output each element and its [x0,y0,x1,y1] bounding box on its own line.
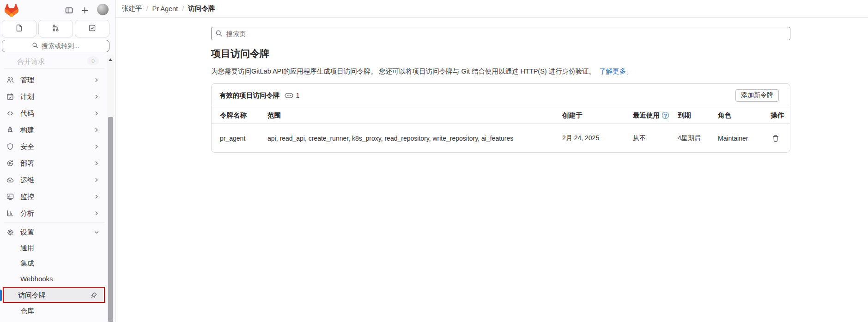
sidebar-shortcuts [2,20,109,37]
sidebar-item-webhooks[interactable]: Webhooks [4,272,104,285]
sidebar-item-label: 分析 [20,209,93,218]
breadcrumb-group[interactable]: 张建平 [122,4,142,13]
search-or-goto-label: 搜索或转到... [42,42,79,50]
sidebar-item-label: 集成 [20,259,104,268]
deploy-icon [6,160,14,167]
chevron-right-icon [93,77,100,83]
pin-icon[interactable] [91,291,98,299]
create-new-icon[interactable] [79,5,90,15]
revoke-token-button[interactable] [771,133,781,143]
token-role-cell: Maintainer [718,135,768,142]
chevron-right-icon [93,210,100,217]
divider [4,68,104,68]
token-actions-cell [768,133,790,143]
breadcrumb-separator: / [182,5,184,12]
annotation-red-box: 访问令牌 [3,287,105,303]
merge-request-icon [52,24,60,34]
sidebar-item-merge-requests[interactable]: 合并请求 0 [4,56,104,68]
token-expires-cell: 4星期后 [678,134,718,142]
sidebar-item-operate[interactable]: 运维 [4,172,104,188]
sidebar-item-label: 构建 [20,126,93,135]
sidebar-item-analyze[interactable]: 分析 [4,205,104,221]
sidebar-item-plan[interactable]: 计划 [4,89,104,105]
todos-button[interactable] [75,20,109,37]
app-window: 搜索或转到... 合并请求 0 管理 计划 代码 构建 [0,0,868,322]
sidebar-item-code[interactable]: 代码 [4,105,104,121]
sidebar-item-label: 访问令牌 [18,291,91,300]
sidebar-item-access-tokens[interactable]: 访问令牌 [4,289,103,302]
page-title: 项目访问令牌 [211,47,269,60]
chevron-right-icon [93,127,100,133]
sidebar-item-label: 安全 [20,142,93,151]
sidebar-item-monitor[interactable]: 监控 [4,189,104,204]
token-last-used-cell: 从不 [633,134,678,142]
sidebar: 搜索或转到... 合并请求 0 管理 计划 代码 构建 [0,0,115,322]
search-or-goto-button[interactable]: 搜索或转到... [2,40,109,52]
monitor-icon [6,193,14,200]
todo-check-icon [88,24,96,34]
sidebar-item-settings[interactable]: 设置 [4,224,104,240]
page-description: 为您需要访问GitLab API的应用程序生成项目访问令牌。 您还可以将项目访问… [211,67,633,76]
breadcrumb-project[interactable]: Pr Agent [152,5,178,12]
sidebar-item-build[interactable]: 构建 [4,122,104,138]
token-count: 1 [296,92,300,99]
chevron-right-icon [93,110,100,117]
sidebar-item-label: 合并请求 [17,57,45,66]
sidebar-item-secure[interactable]: 安全 [4,139,104,155]
token-name-cell: pr_agent [212,135,267,142]
chevron-right-icon [93,193,100,200]
col-header-last-used: 最近使用 ? [633,111,678,120]
scrollbar-up-arrow-icon[interactable] [109,58,112,61]
token-pill-icon [285,93,293,99]
col-header-expires: 到期 [678,111,718,120]
user-avatar[interactable] [97,4,109,15]
settings-search-input[interactable] [211,27,790,40]
col-header-token-name: 令牌名称 [212,111,267,120]
sidebar-scrollbar[interactable] [107,55,114,322]
trash-icon [772,135,779,142]
issues-button[interactable] [2,20,36,37]
sidebar-header [0,0,115,19]
chevron-right-icon [93,143,100,150]
sidebar-item-label: 设置 [20,228,93,237]
divider [4,223,104,223]
help-icon[interactable]: ? [662,112,669,119]
planning-icon [6,93,14,100]
sidebar-item-deploy[interactable]: 部署 [4,155,104,171]
sidebar-item-manage[interactable]: 管理 [4,72,104,88]
sidebar-item-label: 监控 [20,192,93,201]
active-tokens-card: 有效的项目访问令牌 1 添加新令牌 令牌名称 范围 创建于 最近使用 ? 到期 … [211,83,790,153]
chevron-right-icon [93,160,100,167]
sidebar-item-integrations[interactable]: 集成 [4,257,104,270]
sidebar-item-general[interactable]: 通用 [4,242,104,255]
code-icon [6,110,14,117]
issues-icon [15,24,23,34]
token-created-cell: 2月 24, 2025 [562,134,633,142]
sidebar-item-label: Webhooks [20,275,104,283]
chart-icon [6,210,14,217]
rocket-icon [6,126,14,134]
scrollbar-thumb[interactable] [108,117,113,322]
breadcrumb-bar: 张建平 / Pr Agent / 访问令牌 [115,0,868,18]
chevron-right-icon [93,177,100,183]
sidebar-item-label: 计划 [20,93,93,101]
add-token-button[interactable]: 添加新令牌 [735,89,779,102]
breadcrumb-separator: / [146,5,148,12]
learn-more-link[interactable]: 了解更多。 [599,68,633,75]
users-icon [6,76,14,84]
chevron-right-icon [93,93,100,100]
card-header: 有效的项目访问令牌 1 添加新令牌 [212,84,790,107]
sidebar-item-label: 代码 [20,109,93,118]
search-icon [215,30,223,39]
sidebar-item-label: 运维 [20,176,93,185]
sidebar-toggle-icon[interactable] [64,5,74,15]
table-header-row: 令牌名称 范围 创建于 最近使用 ? 到期 角色 操作 [212,107,790,124]
merge-requests-button[interactable] [38,20,73,37]
sidebar-item-label: 通用 [20,244,104,253]
gitlab-logo-icon[interactable] [5,4,18,19]
search-icon [32,42,38,50]
cloud-gear-icon [6,176,14,184]
page-search [211,27,790,40]
sidebar-item-repository[interactable]: 仓库 [4,304,104,318]
count-badge: 0 [87,56,99,65]
